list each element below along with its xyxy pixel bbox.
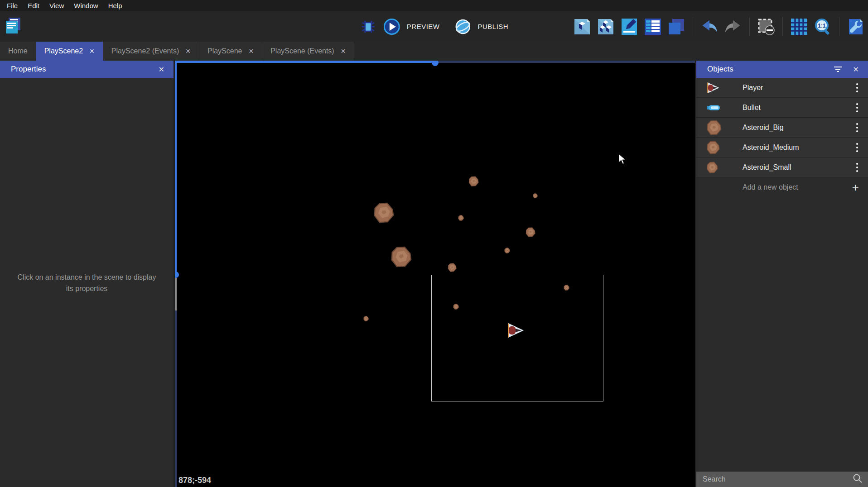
menu-item-window[interactable]: Window [69, 2, 103, 10]
object-row-asteroid_small[interactable]: Asteroid_Small [696, 158, 868, 177]
object-row-asteroid_big[interactable]: Asteroid_Big [696, 118, 868, 138]
asteroid-icon [706, 162, 732, 173]
zoom-1-1-icon[interactable]: 1:1 [814, 18, 831, 35]
object-name-label: Asteroid_Small [732, 163, 853, 172]
tab-label: PlayScene [207, 47, 242, 55]
canvas-vscrollbar-track-gray [175, 278, 177, 310]
asteroid-instance[interactable] [448, 263, 457, 274]
menu-item-file[interactable]: File [2, 2, 23, 10]
canvas-hscrollbar-knob[interactable] [432, 61, 439, 66]
add-object-row[interactable]: Add a new object + [696, 177, 868, 197]
asteroid-icon [706, 120, 732, 135]
tab-bar: HomePlayScene2✕PlayScene2 (Events)✕PlayS… [0, 42, 868, 61]
tab-home[interactable]: Home [0, 42, 36, 61]
objects-list: Player Bullet Asteroid_Big Asteroid_Medi… [696, 78, 868, 177]
add-object-plus-icon[interactable]: + [849, 181, 862, 193]
object-search-bar [696, 472, 868, 487]
asteroid-instance[interactable] [564, 284, 569, 292]
canvas-vscrollbar-knob[interactable] [175, 272, 179, 278]
object-name-label: Player [732, 84, 853, 92]
object-menu-kebab-icon[interactable] [853, 81, 862, 94]
svg-text:1:1: 1:1 [818, 23, 826, 29]
object-menu-kebab-icon[interactable] [853, 121, 862, 134]
play-icon[interactable] [383, 18, 400, 35]
object-menu-kebab-icon[interactable] [853, 101, 862, 114]
object-row-asteroid_medium[interactable]: Asteroid_Medium [696, 138, 868, 158]
properties-empty-message: Click on an instance in the scene to dis… [0, 272, 174, 294]
properties-close-icon[interactable]: ✕ [156, 64, 167, 75]
tab-playscene2-events-[interactable]: PlayScene2 (Events)✕ [103, 42, 199, 61]
player-ship-instance[interactable] [506, 323, 525, 340]
redo-icon[interactable] [724, 18, 742, 35]
objects-cubes-icon[interactable] [597, 18, 614, 35]
filter-icon[interactable] [834, 65, 842, 73]
tab-close-icon[interactable]: ✕ [341, 48, 346, 55]
tab-label: Home [8, 47, 28, 55]
tab-playscene2[interactable]: PlayScene2✕ [36, 42, 103, 61]
menu-item-view[interactable]: View [44, 2, 69, 10]
asteroid-icon [706, 141, 732, 154]
objects-close-icon[interactable]: ✕ [850, 64, 862, 75]
object-name-label: Asteroid_Big [732, 124, 853, 132]
main-toolbar: PREVIEW PUBLISH [0, 11, 868, 42]
asteroid-instance[interactable] [458, 215, 464, 223]
canvas-vscrollbar-bar[interactable] [175, 61, 177, 275]
objects-panel-header: Objects ✕ [696, 61, 868, 78]
asteroid-instance[interactable] [373, 202, 394, 225]
tab-close-icon[interactable]: ✕ [185, 48, 191, 55]
asteroid-instance[interactable] [453, 303, 459, 311]
object-name-label: Bullet [732, 104, 853, 112]
preview-button-label[interactable]: PREVIEW [407, 23, 440, 30]
menu-item-edit[interactable]: Edit [23, 2, 44, 10]
grid-icon[interactable] [791, 18, 808, 35]
canvas-hscrollbar-bar[interactable] [175, 61, 435, 63]
canvas-hscrollbar-track[interactable] [175, 61, 695, 63]
objects-panel-title: Objects [707, 65, 834, 74]
tab-close-icon[interactable]: ✕ [89, 48, 95, 55]
asteroid-instance[interactable] [504, 247, 510, 255]
scene-canvas[interactable]: 878;-594 [175, 61, 695, 487]
object-search-input[interactable] [702, 475, 853, 484]
add-object-label: Add a new object [706, 183, 849, 191]
events-sheet-icon[interactable] [644, 18, 661, 35]
object-row-player[interactable]: Player [696, 78, 868, 98]
menu-item-help[interactable]: Help [103, 2, 127, 10]
asteroid-instance[interactable] [391, 246, 412, 269]
asteroid-instance[interactable] [533, 192, 538, 200]
project-manager-icon[interactable] [5, 17, 22, 34]
object-menu-kebab-icon[interactable] [853, 161, 862, 174]
debug-icon[interactable] [360, 18, 377, 35]
deselect-icon[interactable] [757, 18, 775, 35]
layers-icon[interactable] [668, 18, 685, 35]
toolbar-separator [782, 17, 783, 36]
object-name-label: Asteroid_Medium [732, 143, 853, 152]
object-menu-kebab-icon[interactable] [853, 141, 862, 154]
objects-panel: Objects ✕ Player Bullet Asteroid_Big Ast… [696, 61, 868, 487]
mouse-cursor [618, 153, 627, 167]
object-row-bullet[interactable]: Bullet [696, 98, 868, 118]
publish-globe-icon[interactable] [454, 18, 471, 35]
properties-panel-title: Properties [11, 65, 156, 74]
asteroid-instance[interactable] [363, 315, 369, 323]
debug-tools-icon[interactable] [847, 18, 864, 35]
scene-file-icon[interactable] [574, 18, 591, 35]
tab-playscene-events-[interactable]: PlayScene (Events)✕ [262, 42, 354, 61]
gdevelop-window: FileEditViewWindowHelp [0, 0, 868, 487]
tab-playscene[interactable]: PlayScene✕ [199, 42, 262, 61]
asteroid-instance[interactable] [526, 227, 535, 239]
undo-icon[interactable] [701, 18, 718, 35]
cursor-coordinates-label: 878;-594 [178, 476, 211, 485]
properties-panel-header: Properties ✕ [0, 61, 174, 78]
bullet-icon [706, 104, 732, 111]
scene-editor-pencil-icon[interactable] [621, 18, 638, 35]
player-ship-icon [706, 82, 732, 94]
publish-button-label[interactable]: PUBLISH [477, 23, 508, 30]
toolbar-separator [749, 17, 750, 36]
tab-label: PlayScene2 (Events) [111, 47, 179, 55]
tab-label: PlayScene (Events) [270, 47, 334, 55]
properties-panel: Properties ✕ Click on an instance in the… [0, 61, 174, 487]
toolbar-separator [839, 17, 839, 36]
asteroid-instance[interactable] [468, 176, 479, 188]
search-icon [853, 473, 863, 485]
tab-close-icon[interactable]: ✕ [248, 48, 254, 55]
